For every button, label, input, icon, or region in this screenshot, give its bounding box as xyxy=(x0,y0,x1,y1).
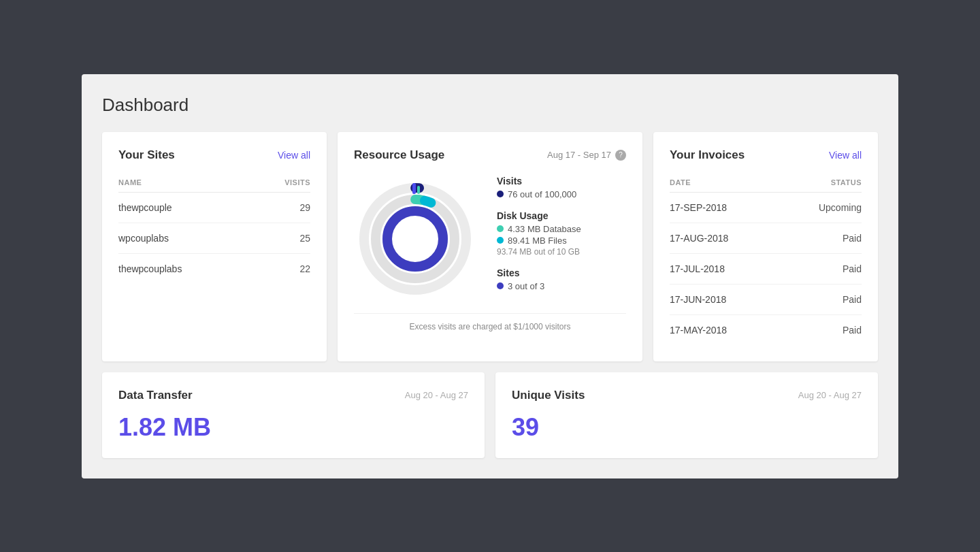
resource-body: Visits 76 out of 100,000 Disk Usage 4.33… xyxy=(354,176,626,302)
resource-footer: Excess visits are charged at $1/1000 vis… xyxy=(354,313,626,331)
site-name: thewpcouplabs xyxy=(118,263,182,274)
unique-visits-value: 39 xyxy=(512,413,862,442)
invoice-date: 17-SEP-2018 xyxy=(670,202,727,213)
invoice-status: Upcoming xyxy=(819,202,862,213)
data-transfer-header: Data Transfer Aug 20 - Aug 27 xyxy=(118,389,468,402)
invoices-card: Your Invoices View all DATE STATUS 17-SE… xyxy=(653,132,878,361)
list-item: 17-MAY-2018 Paid xyxy=(670,315,862,345)
site-visits: 29 xyxy=(299,202,310,213)
sites-title: Your Sites xyxy=(118,148,175,162)
data-transfer-title: Data Transfer xyxy=(118,389,193,402)
invoices-card-header: Your Invoices View all xyxy=(670,148,862,162)
sites-dot xyxy=(497,282,504,289)
invoice-status: Paid xyxy=(843,325,862,336)
invoice-date: 17-JUL-2018 xyxy=(670,263,725,274)
invoices-view-all[interactable]: View all xyxy=(829,150,862,161)
site-name: thewpcouple xyxy=(118,202,172,213)
unique-visits-header: Unique Visits Aug 20 - Aug 27 xyxy=(512,389,862,402)
invoice-date: 17-AUG-2018 xyxy=(670,233,728,244)
page-title: Dashboard xyxy=(102,95,878,116)
invoices-col-date: DATE xyxy=(670,178,691,186)
list-item: 17-SEP-2018 Upcoming xyxy=(670,193,862,223)
table-row: thewpcouple 29 xyxy=(118,193,310,223)
invoice-status: Paid xyxy=(843,263,862,274)
list-item: 17-AUG-2018 Paid xyxy=(670,223,862,254)
site-visits: 25 xyxy=(299,233,310,244)
svg-point-6 xyxy=(387,211,443,267)
help-icon[interactable]: ? xyxy=(615,150,626,161)
table-row: wpcouplabs 25 xyxy=(118,223,310,254)
invoice-status: Paid xyxy=(843,294,862,305)
table-row: thewpcouplabs 22 xyxy=(118,254,310,284)
donut-chart xyxy=(354,178,476,300)
disk-files-dot xyxy=(497,237,504,244)
invoices-table-header: DATE STATUS xyxy=(670,173,862,193)
visits-dot xyxy=(497,191,504,197)
resource-title: Resource Usage xyxy=(354,148,444,162)
data-transfer-date: Aug 20 - Aug 27 xyxy=(405,390,468,400)
disk-legend: Disk Usage 4.33 MB Database 89.41 MB Fil… xyxy=(497,210,626,257)
sites-view-all[interactable]: View all xyxy=(278,150,310,161)
unique-visits-card: Unique Visits Aug 20 - Aug 27 39 xyxy=(495,372,878,458)
invoice-status: Paid xyxy=(843,233,862,244)
sites-card-header: Your Sites View all xyxy=(118,148,310,162)
sites-table-header: NAME VISITS xyxy=(118,173,310,193)
sites-col-name: NAME xyxy=(118,178,142,186)
visits-legend: Visits 76 out of 100,000 xyxy=(497,176,626,199)
list-item: 17-JUN-2018 Paid xyxy=(670,285,862,315)
disk-db-dot xyxy=(497,225,504,232)
sites-legend: Sites 3 out of 3 xyxy=(497,267,626,291)
unique-visits-date: Aug 20 - Aug 27 xyxy=(798,390,862,400)
svg-rect-8 xyxy=(417,186,420,194)
resource-card: Resource Usage Aug 17 - Sep 17 ? xyxy=(338,132,642,361)
invoices-col-status: STATUS xyxy=(831,178,862,186)
site-name: wpcouplabs xyxy=(118,233,169,244)
invoice-date: 17-JUN-2018 xyxy=(670,294,726,305)
resource-legend: Visits 76 out of 100,000 Disk Usage 4.33… xyxy=(476,176,626,302)
svg-rect-7 xyxy=(412,183,416,194)
sites-col-visits: VISITS xyxy=(284,178,310,186)
data-transfer-card: Data Transfer Aug 20 - Aug 27 1.82 MB xyxy=(102,372,485,458)
bottom-row: Data Transfer Aug 20 - Aug 27 1.82 MB Un… xyxy=(102,372,878,458)
top-row: Your Sites View all NAME VISITS thewpcou… xyxy=(102,132,878,361)
sites-card: Your Sites View all NAME VISITS thewpcou… xyxy=(102,132,327,361)
site-visits: 22 xyxy=(299,263,310,274)
list-item: 17-JUL-2018 Paid xyxy=(670,254,862,285)
invoices-title: Your Invoices xyxy=(670,148,745,162)
dashboard: Dashboard Your Sites View all NAME VISIT… xyxy=(82,74,898,478)
resource-header: Resource Usage Aug 17 - Sep 17 ? xyxy=(354,148,626,162)
invoice-date: 17-MAY-2018 xyxy=(670,325,727,336)
data-transfer-value: 1.82 MB xyxy=(118,413,468,442)
unique-visits-title: Unique Visits xyxy=(512,389,585,402)
resource-date: Aug 17 - Sep 17 ? xyxy=(547,150,626,161)
